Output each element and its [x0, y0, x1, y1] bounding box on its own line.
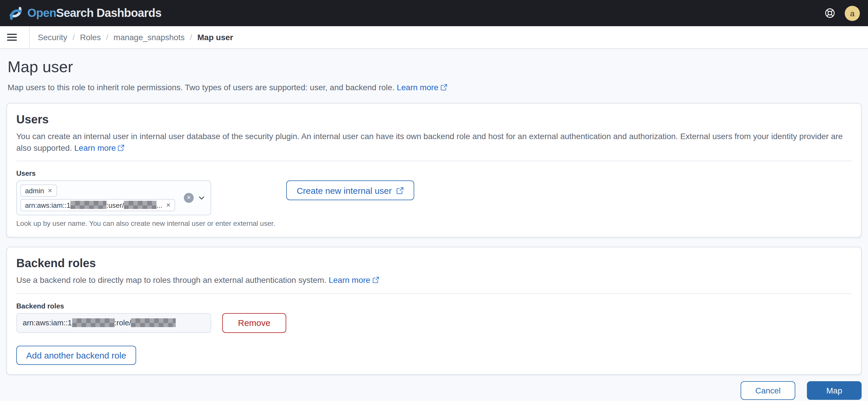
- breadcrumb-roles[interactable]: Roles: [80, 33, 101, 42]
- panel-divider: [16, 161, 852, 161]
- redacted-username-block: [124, 201, 156, 209]
- users-panel-description: You can create an internal user in inter…: [16, 130, 852, 154]
- breadcrumb-separator: /: [106, 33, 108, 42]
- opensearch-logo[interactable]: OpenSearchDashboards: [8, 5, 161, 21]
- footer-actions: Cancel Map: [6, 381, 862, 400]
- backend-panel-description: Use a backend role to directly map to ro…: [16, 274, 852, 286]
- users-field-label: Users: [16, 169, 852, 178]
- brand-text: OpenSearchDashboards: [27, 6, 161, 20]
- map-button[interactable]: Map: [807, 381, 862, 400]
- menu-icon[interactable]: [7, 26, 29, 48]
- help-icon[interactable]: [825, 7, 835, 19]
- divider: [29, 26, 30, 48]
- users-combo-box[interactable]: admin✕ arn:aws:iam::1:user/...✕ ✕: [16, 181, 211, 216]
- header-actions: a: [825, 5, 860, 21]
- external-link-icon: [372, 277, 379, 284]
- add-backend-role-button[interactable]: Add another backend role: [16, 345, 136, 365]
- chevron-down-icon[interactable]: [198, 194, 205, 202]
- breadcrumb-manage-snapshots[interactable]: manage_snapshots: [114, 33, 184, 42]
- remove-pill-icon[interactable]: ✕: [166, 202, 171, 209]
- app-window: OpenSearchDashboards a Security / Roles …: [0, 0, 868, 401]
- page-learn-more-link[interactable]: Learn more: [397, 83, 447, 92]
- panel-divider: [16, 293, 852, 294]
- top-header: OpenSearchDashboards a: [0, 0, 868, 26]
- users-learn-more-link[interactable]: Learn more: [74, 143, 124, 153]
- backend-panel-title: Backend roles: [16, 256, 852, 271]
- breadcrumb-bar: Security / Roles / manage_snapshots / Ma…: [0, 26, 868, 49]
- breadcrumb: Security / Roles / manage_snapshots / Ma…: [38, 33, 233, 42]
- user-avatar[interactable]: a: [845, 5, 860, 21]
- clear-all-icon[interactable]: ✕: [184, 193, 194, 203]
- backend-field-label: Backend roles: [16, 302, 852, 310]
- cancel-button[interactable]: Cancel: [741, 381, 795, 400]
- backend-role-input[interactable]: arn:aws:iam::1:role/: [16, 313, 211, 333]
- user-pill-arn: arn:aws:iam::1:user/...✕: [20, 199, 176, 212]
- breadcrumb-separator: /: [72, 33, 75, 42]
- redacted-account-block: [70, 201, 106, 209]
- breadcrumb-current: Map user: [197, 33, 233, 42]
- page-content: Map user Map users to this role to inher…: [0, 49, 868, 400]
- users-panel: Users You can create an internal user in…: [6, 103, 862, 238]
- external-link-icon: [397, 187, 404, 194]
- create-internal-user-button[interactable]: Create new internal user: [286, 181, 414, 201]
- users-field: admin✕ arn:aws:iam::1:user/...✕ ✕ Look: [16, 181, 275, 228]
- users-panel-title: Users: [16, 112, 852, 127]
- page-title: Map user: [7, 58, 862, 76]
- backend-roles-panel: Backend roles Use a backend role to dire…: [6, 247, 862, 375]
- remove-pill-icon[interactable]: ✕: [48, 188, 52, 194]
- redacted-account-block: [72, 318, 114, 327]
- user-pill-admin: admin✕: [20, 185, 57, 197]
- backend-learn-more-link[interactable]: Learn more: [329, 276, 379, 285]
- redacted-rolename-block: [131, 318, 176, 327]
- remove-backend-role-button[interactable]: Remove: [222, 313, 286, 333]
- breadcrumb-security[interactable]: Security: [38, 33, 67, 42]
- opensearch-logo-icon: [8, 5, 23, 21]
- external-link-icon: [118, 144, 124, 151]
- breadcrumb-separator: /: [190, 33, 192, 42]
- users-help-text: Look up by user name. You can also creat…: [16, 220, 275, 228]
- page-description: Map users to this role to inherit role p…: [7, 82, 862, 94]
- external-link-icon: [440, 84, 447, 91]
